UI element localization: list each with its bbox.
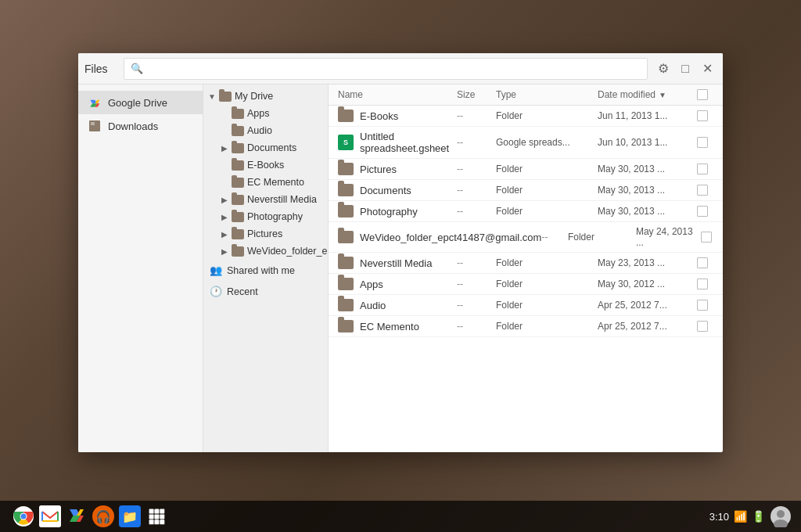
table-row[interactable]: Photography -- Folder May 30, 2013 ... <box>329 201 723 222</box>
search-input[interactable] <box>146 63 641 74</box>
row-checkbox[interactable] <box>697 279 708 289</box>
taskbar-chrome[interactable] <box>13 505 34 527</box>
select-all-checkbox[interactable] <box>697 89 708 100</box>
file-size-cell: -- <box>457 279 496 289</box>
my-drive-folder-icon <box>219 92 232 102</box>
row-checkbox[interactable] <box>697 257 708 268</box>
tree-item-apps[interactable]: Apps <box>203 105 328 122</box>
table-row[interactable]: Apps -- Folder May 30, 2012 ... <box>329 274 723 295</box>
tree-recent[interactable]: 🕐 Recent <box>203 281 328 302</box>
file-name-cell: Neverstill Media <box>338 257 457 269</box>
search-bar[interactable]: 🔍 <box>124 58 648 80</box>
folder-icon <box>338 299 354 311</box>
file-check-cell[interactable] <box>691 321 713 332</box>
col-name-header[interactable]: Name <box>338 89 457 100</box>
file-check-cell[interactable] <box>691 185 713 196</box>
file-size-cell: -- <box>457 300 496 311</box>
file-check-cell[interactable] <box>691 279 713 289</box>
wevideo-folder-icon <box>232 246 244 257</box>
maximize-button[interactable]: □ <box>676 59 695 78</box>
row-checkbox[interactable] <box>697 164 708 174</box>
file-check-cell[interactable] <box>691 110 713 121</box>
row-checkbox[interactable] <box>697 110 708 121</box>
col-size-header: Size <box>457 89 496 100</box>
tree-item-audio[interactable]: Audio <box>203 122 328 139</box>
row-checkbox[interactable] <box>697 137 708 148</box>
tree-item-photography[interactable]: ▶ Photography <box>203 208 328 225</box>
neverstill-folder-icon <box>232 195 244 205</box>
file-name-cell: EC Memento <box>338 320 457 332</box>
file-type-cell: Folder <box>496 279 598 289</box>
file-type-cell: Folder <box>496 185 598 196</box>
table-row[interactable]: EC Memento -- Folder Apr 25, 2012 7... <box>329 316 723 337</box>
row-checkbox[interactable] <box>697 321 708 332</box>
row-checkbox[interactable] <box>697 206 708 217</box>
search-icon: 🔍 <box>131 63 143 74</box>
file-check-cell[interactable] <box>691 164 713 174</box>
sidebar-item-google-drive[interactable]: Google Drive <box>78 91 203 114</box>
file-date-cell: May 23, 2013 ... <box>598 257 691 268</box>
recent-label: Recent <box>227 286 258 297</box>
tree-item-neverstill[interactable]: ▶ Neverstill Media <box>203 191 328 208</box>
table-row[interactable]: Pictures -- Folder May 30, 2013 ... <box>329 159 723 180</box>
user-avatar[interactable] <box>770 505 792 527</box>
file-check-cell[interactable] <box>691 257 713 268</box>
folder-icon <box>338 184 354 196</box>
col-date-header[interactable]: Date modified ▼ <box>598 89 691 100</box>
file-type-cell: Folder <box>496 206 598 217</box>
sidebar-item-downloads[interactable]: Downloads <box>78 114 203 138</box>
row-checkbox[interactable] <box>697 300 708 311</box>
tree-root-my-drive[interactable]: ▼ My Drive <box>203 88 328 105</box>
taskbar-drive[interactable] <box>66 505 88 527</box>
row-checkbox[interactable] <box>701 232 712 243</box>
table-row[interactable]: Neverstill Media -- Folder May 23, 2013 … <box>329 253 723 274</box>
tree-panel: ▼ My Drive Apps Audio ▶ Documents <box>203 84 329 452</box>
close-button[interactable]: ✕ <box>698 59 717 78</box>
file-type-cell: Folder <box>496 257 598 268</box>
tree-neverstill-label: Neverstill Media <box>247 194 317 205</box>
file-check-cell[interactable] <box>691 206 713 217</box>
taskbar-gmail[interactable] <box>39 505 61 527</box>
file-check-cell[interactable] <box>691 300 713 311</box>
table-row[interactable]: WeVideo_folder_epct41487@gmail.com -- Fo… <box>329 222 723 253</box>
file-name-cell: Documents <box>338 184 457 196</box>
shared-with-me-label: Shared with me <box>227 265 295 276</box>
taskbar-time: 3:10 <box>709 511 729 523</box>
file-size-cell: -- <box>457 321 496 332</box>
table-row[interactable]: Documents -- Folder May 30, 2013 ... <box>329 180 723 201</box>
file-check-cell[interactable] <box>699 232 713 243</box>
tree-shared-with-me[interactable]: 👥 Shared with me <box>203 260 328 281</box>
file-date-cell: Jun 10, 2013 1... <box>598 137 691 148</box>
file-type-cell: Folder <box>496 300 598 311</box>
table-row[interactable]: E-Books -- Folder Jun 11, 2013 1... <box>329 106 723 127</box>
tree-photography-label: Photography <box>247 211 303 222</box>
expand-icon-documents: ▶ <box>219 142 230 153</box>
file-size-cell: -- <box>457 137 496 148</box>
taskbar-launcher[interactable] <box>145 505 167 527</box>
tree-apps-label: Apps <box>247 108 270 119</box>
tree-item-documents[interactable]: ▶ Documents <box>203 139 328 156</box>
tree-item-ebooks[interactable]: E-Books <box>203 156 328 174</box>
file-name-cell: Photography <box>338 205 457 217</box>
taskbar-music[interactable]: 🎧 <box>92 505 114 527</box>
tree-ebooks-label: E-Books <box>247 160 284 171</box>
file-check-cell[interactable] <box>691 137 713 148</box>
file-size-cell: -- <box>457 257 496 268</box>
tree-item-pictures[interactable]: ▶ Pictures <box>203 225 328 243</box>
tree-item-ec-memento[interactable]: EC Memento <box>203 174 328 191</box>
folder-icon <box>338 163 354 175</box>
tree-item-wevideo[interactable]: ▶ WeVideo_folder_e... <box>203 243 328 260</box>
expand-icon-pictures: ▶ <box>219 228 230 239</box>
taskbar-files[interactable]: 📁 <box>119 505 141 527</box>
col-check-header[interactable] <box>691 89 713 100</box>
table-row[interactable]: Audio -- Folder Apr 25, 2012 7... <box>329 295 723 316</box>
row-checkbox[interactable] <box>697 185 708 196</box>
shared-icon: 👥 <box>210 264 222 276</box>
sort-arrow-icon: ▼ <box>659 91 666 99</box>
table-row[interactable]: S Untitled spreadsheet.gsheet -- Google … <box>329 127 723 159</box>
titlebar-actions: ⚙ □ ✕ <box>654 59 717 78</box>
sidebar: Google Drive Downloads <box>78 84 203 452</box>
settings-button[interactable]: ⚙ <box>654 59 673 78</box>
file-date-cell: Apr 25, 2012 7... <box>598 321 691 332</box>
svg-rect-9 <box>160 509 164 514</box>
